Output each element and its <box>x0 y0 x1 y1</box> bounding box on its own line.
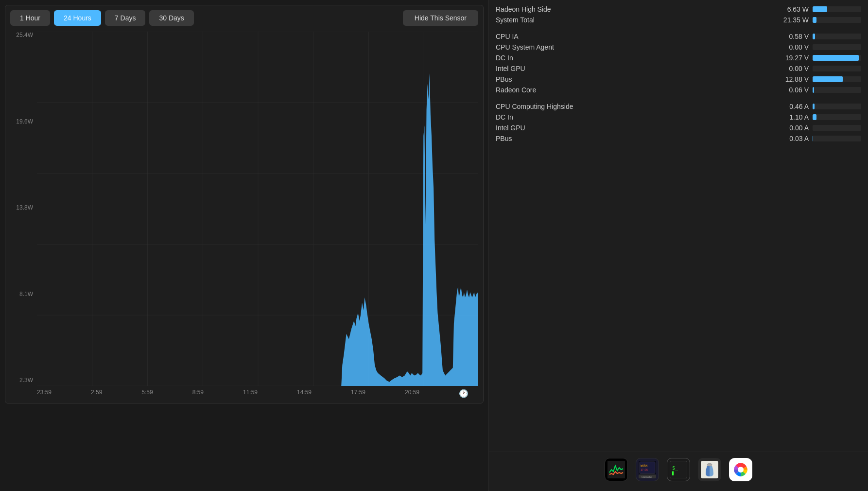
svg-rect-14 <box>608 461 625 478</box>
sensor-bar-pbus-v <box>813 76 861 82</box>
x-label-1: 2:59 <box>91 389 102 398</box>
x-label-5: 14:59 <box>297 389 312 398</box>
activity-monitor-icon[interactable] <box>605 458 628 481</box>
sensor-name-cpu-computing: CPU Computing Highside <box>496 103 770 110</box>
7days-button[interactable]: 7 Days <box>105 10 146 26</box>
sensor-name-pbus-v: PBus <box>496 75 770 83</box>
svg-text:▊: ▊ <box>672 471 674 475</box>
sensor-value-pbus-a: 0.03 A <box>770 135 809 142</box>
sensor-row-cpu-computing: CPU Computing Highside 0.46 A <box>489 101 868 112</box>
sensor-row-cpu-sys-agent: CPU System Agent 0.00 V <box>489 42 868 53</box>
svg-text:Console: Console <box>642 475 652 478</box>
x-label-2: 5:59 <box>141 389 153 398</box>
toolbar: 1 Hour 24 Hours 7 Days 30 Days Hide This… <box>10 10 478 26</box>
sensor-value-dc-in-a: 1.10 A <box>770 113 809 121</box>
24hours-button[interactable]: 24 Hours <box>54 10 101 26</box>
sensor-value-radeon-high-side: 6.63 W <box>770 5 809 13</box>
chart-content: 23:59 2:59 5:59 8:59 11:59 14:59 17:59 2… <box>37 32 478 398</box>
sensor-value-cpu-computing: 0.46 A <box>770 103 809 110</box>
sensor-name-radeon-high-side: Radeon High Side <box>496 5 770 13</box>
y-label-2: 19.6W <box>10 118 37 125</box>
sensor-bar-cpu-ia <box>813 34 861 39</box>
right-panel: Radeon High Side 6.63 W System Total 21.… <box>488 0 868 491</box>
sensor-bar-dc-in-a <box>813 114 861 120</box>
y-label-bottom: 2.3W <box>10 377 37 384</box>
sensor-value-radeon-core-v: 0.06 V <box>770 86 809 94</box>
sensor-bar-radeon-high-side <box>813 6 861 12</box>
sensor-name-cpu-sys-agent: CPU System Agent <box>496 43 770 51</box>
sensor-row-intel-gpu-v: Intel GPU 0.00 V <box>489 63 868 74</box>
sensor-name-cpu-ia: CPU IA <box>496 33 770 40</box>
sensor-bar-cpu-computing <box>813 104 861 109</box>
30days-button[interactable]: 30 Days <box>149 10 193 26</box>
svg-text:17:35: 17:35 <box>641 468 648 471</box>
sensor-bar-cpu-sys-agent <box>813 44 861 50</box>
sensor-row-dc-in-v: DC In 19.27 V <box>489 53 868 63</box>
hide-sensor-button[interactable]: Hide This Sensor <box>403 10 478 26</box>
clock-icon: 🕐 <box>459 389 469 398</box>
sensor-row-dc-in-a: DC In 1.10 A <box>489 112 868 123</box>
sensor-name-dc-in-a: DC In <box>496 113 770 121</box>
sensor-row-intel-gpu-a: Intel GPU 0.00 A <box>489 123 868 133</box>
sensor-row-pbus-a: PBus 0.03 A <box>489 133 868 144</box>
sensor-name-dc-in-v: DC In <box>496 54 770 62</box>
sensor-name-pbus-a: PBus <box>496 135 770 142</box>
dock-area: WARN 17:35 Console $_ ▊ <box>489 452 868 487</box>
svg-text:$_: $_ <box>672 465 678 471</box>
svg-text:WARN: WARN <box>641 464 648 467</box>
x-label-7: 20:59 <box>405 389 419 398</box>
chart-svg <box>37 32 478 386</box>
sensor-value-system-total: 21.35 W <box>770 16 809 24</box>
svg-point-28 <box>738 467 744 473</box>
console-icon[interactable]: WARN 17:35 Console <box>636 458 659 481</box>
sensor-name-intel-gpu-v: Intel GPU <box>496 65 770 72</box>
sensor-row-radeon-core-v: Radeon Core 0.06 V <box>489 85 868 95</box>
sensor-bar-intel-gpu-a <box>813 125 861 131</box>
sensor-value-dc-in-v: 19.27 V <box>770 54 809 62</box>
svg-marker-13 <box>341 73 478 386</box>
x-axis: 23:59 2:59 5:59 8:59 11:59 14:59 17:59 2… <box>37 386 478 398</box>
sensor-bar-radeon-core-v <box>813 87 861 93</box>
y-label-3: 13.8W <box>10 204 37 211</box>
y-label-4: 8.1W <box>10 291 37 298</box>
sensor-row-radeon-high-side: Radeon High Side 6.63 W <box>489 4 868 15</box>
sensor-row-system-total: System Total 21.35 W <box>489 15 868 25</box>
sensor-value-pbus-v: 12.88 V <box>770 75 809 83</box>
y-axis: 25.4W 19.6W 13.8W 8.1W 2.3W <box>10 32 37 398</box>
x-label-3: 8:59 <box>192 389 204 398</box>
chart-panel: 1 Hour 24 Hours 7 Days 30 Days Hide This… <box>5 5 484 403</box>
colorsync-icon[interactable] <box>698 458 721 481</box>
svg-point-26 <box>707 463 712 466</box>
disk-diag-icon[interactable] <box>729 458 752 481</box>
sensor-value-intel-gpu-v: 0.00 V <box>770 65 809 72</box>
sensor-bar-system-total <box>813 17 861 23</box>
sensor-value-cpu-ia: 0.58 V <box>770 33 809 40</box>
sensor-bar-intel-gpu-v <box>813 66 861 71</box>
sensor-value-cpu-sys-agent: 0.00 V <box>770 43 809 51</box>
sensor-name-intel-gpu-a: Intel GPU <box>496 124 770 132</box>
sensor-bar-pbus-a <box>813 136 861 141</box>
sensor-value-intel-gpu-a: 0.00 A <box>770 124 809 132</box>
x-label-4: 11:59 <box>243 389 258 398</box>
x-label-0: 23:59 <box>37 389 52 398</box>
sensor-name-system-total: System Total <box>496 16 770 24</box>
terminal-icon[interactable]: $_ ▊ <box>667 458 690 481</box>
sensor-bar-dc-in-v <box>813 55 861 61</box>
sensor-name-radeon-core-v: Radeon Core <box>496 86 770 94</box>
1hour-button[interactable]: 1 Hour <box>10 10 50 26</box>
x-label-6: 17:59 <box>351 389 365 398</box>
chart-area: 25.4W 19.6W 13.8W 8.1W 2.3W <box>10 32 478 398</box>
sensor-row-pbus-v: PBus 12.88 V <box>489 74 868 85</box>
y-label-top: 25.4W <box>10 32 37 38</box>
sensor-row-cpu-ia: CPU IA 0.58 V <box>489 31 868 42</box>
